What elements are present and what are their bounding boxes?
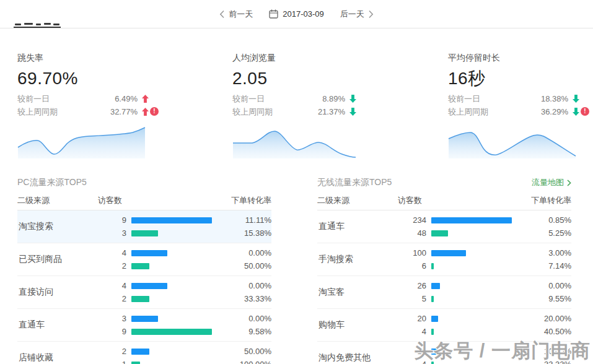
compare-value: 21.37%	[318, 107, 345, 116]
table-header: 二级来源 访客数 下单转化率	[17, 191, 271, 210]
visitors-bar	[131, 349, 149, 355]
conversion-rate: 9.55%	[548, 294, 571, 303]
wireless-traffic-table: 无线流量来源TOP5 流量地图 二级来源 访客数 下单转化率 直通车2340.8…	[317, 175, 571, 364]
table-row[interactable]: 购物车2020.00%440.50%	[317, 309, 571, 342]
conversion-rate: 0.00%	[248, 281, 271, 290]
metric-value: 16秒	[448, 66, 579, 92]
visitors-count: 3	[98, 228, 126, 238]
current-date: 2017-03-09	[283, 9, 324, 19]
source-label: 手淘搜索	[317, 254, 398, 265]
chevron-left-icon	[219, 10, 225, 19]
table-row[interactable]: 直通车30.00%99.58%	[17, 309, 271, 342]
conversion-rate: 0.00%	[548, 281, 571, 290]
compare-value: 8.89%	[322, 94, 345, 103]
arrow-icon	[345, 108, 356, 116]
metric-label: 平均停留时长	[448, 53, 579, 66]
visitors-count: 20	[398, 314, 426, 323]
visitors-count: 4	[98, 248, 126, 258]
visitors-count: 9	[98, 215, 126, 225]
column-source: 二级来源	[17, 195, 98, 206]
compare-label: 较上周同期	[448, 106, 488, 118]
visitors-bar	[131, 250, 167, 256]
visitors-bar	[131, 316, 158, 322]
buyers-bar	[131, 230, 158, 236]
calendar-icon	[269, 9, 278, 19]
conversion-rate: 7.14%	[548, 261, 571, 271]
conversion-rate: 0.85%	[548, 215, 571, 225]
compare-label: 较前一日	[232, 93, 265, 105]
table-row[interactable]: 店铺收藏250.00%1100.00%	[17, 342, 271, 364]
visitors-bar	[431, 283, 440, 289]
traffic-map-link[interactable]: 流量地图	[532, 177, 571, 188]
conversion-rate: 40.50%	[544, 327, 571, 336]
visitors-count: 9	[98, 327, 126, 336]
conversion-rate: 20.00%	[544, 314, 571, 323]
table-row[interactable]: 直通车2340.85%485.25%	[317, 210, 571, 243]
visitors-count: 6	[398, 261, 426, 271]
visitors-count: 100	[398, 248, 426, 258]
visitors-count: 2	[98, 347, 126, 356]
pc-table-title: PC流量来源TOP5	[17, 177, 87, 188]
column-visitors: 访客数	[398, 195, 472, 206]
compare-label: 较前一日	[448, 93, 480, 105]
column-visitors: 访客数	[98, 195, 172, 206]
metric-label: 跳失率	[17, 53, 149, 66]
visitors-count: 2	[98, 261, 126, 271]
conversion-rate: 0.00%	[248, 248, 271, 258]
compare-label: 较前一日	[17, 93, 50, 105]
table-row[interactable]: 直接访问40.00%233.33%	[17, 276, 271, 309]
visitors-count: 5	[398, 294, 426, 303]
table-row[interactable]: 淘宝搜索911.11%315.38%	[17, 210, 271, 243]
visitors-count: 4	[98, 281, 126, 290]
source-label: 淘内免费其他	[317, 352, 398, 363]
visitors-count: 26	[398, 281, 426, 290]
alert-icon: !	[150, 107, 159, 116]
buyers-bar	[431, 329, 434, 335]
compare-value: 36.29%	[541, 107, 568, 116]
date-picker[interactable]: 2017-03-09	[269, 9, 324, 19]
clipped-tab-fragments	[14, 19, 62, 28]
source-label: 已买到商品	[17, 254, 98, 265]
conversion-rate: 0.00%	[248, 314, 271, 323]
visitors-bar	[131, 217, 212, 223]
compare-value: 6.49%	[115, 94, 138, 103]
visitors-count: 234	[398, 215, 426, 225]
conversion-rate: 33.33%	[244, 294, 271, 303]
conversion-rate: 9.58%	[248, 327, 271, 336]
pc-traffic-table: PC流量来源TOP5 二级来源 访客数 下单转化率 淘宝搜索911.11%315…	[17, 175, 271, 364]
prev-day-button[interactable]: 前一天	[219, 9, 253, 20]
traffic-map-label: 流量地图	[532, 177, 564, 188]
visitors-count: 1	[98, 360, 126, 364]
trend-sparkline	[17, 124, 146, 158]
metric-value: 2.05	[232, 66, 356, 92]
source-label: 店铺收藏	[17, 352, 98, 363]
buyers-bar	[131, 296, 149, 302]
table-row[interactable]: 淘宝客260.00%59.55%	[317, 276, 571, 309]
chevron-right-icon	[567, 180, 571, 186]
metric-label: 人均浏览量	[232, 53, 356, 66]
next-day-button[interactable]: 后一天	[340, 9, 374, 20]
wireless-table-title: 无线流量来源TOP5	[317, 177, 392, 188]
trend-sparkline	[232, 124, 356, 158]
next-day-label: 后一天	[340, 9, 364, 20]
visitors-count: 48	[398, 228, 426, 238]
column-conversion: 下单转化率	[231, 195, 271, 206]
compare-label: 较上周同期	[17, 106, 58, 118]
table-row[interactable]: 已买到商品40.00%250.00%	[17, 243, 271, 276]
arrow-icon	[568, 108, 579, 116]
metric-card-bounce-rate: 跳失率 69.70% 较前一日 6.49% ! 较上周同期 32.77% !	[17, 53, 149, 158]
table-row[interactable]: 手淘搜索1003.00%67.14%	[317, 243, 571, 276]
visitors-bar	[431, 250, 466, 256]
conversion-rate: 3.00%	[548, 248, 571, 258]
metric-value: 69.70%	[17, 66, 149, 92]
chevron-right-icon	[368, 10, 374, 19]
conversion-rate: 50.00%	[244, 347, 271, 356]
column-source: 二级来源	[317, 195, 398, 206]
source-label: 直通车	[17, 319, 98, 331]
visitors-bar	[431, 217, 512, 223]
visitors-bar	[431, 316, 438, 322]
arrow-icon	[138, 108, 149, 116]
arrow-icon	[138, 95, 149, 103]
compare-value: 32.77%	[110, 107, 138, 116]
source-label: 直通车	[317, 221, 398, 232]
